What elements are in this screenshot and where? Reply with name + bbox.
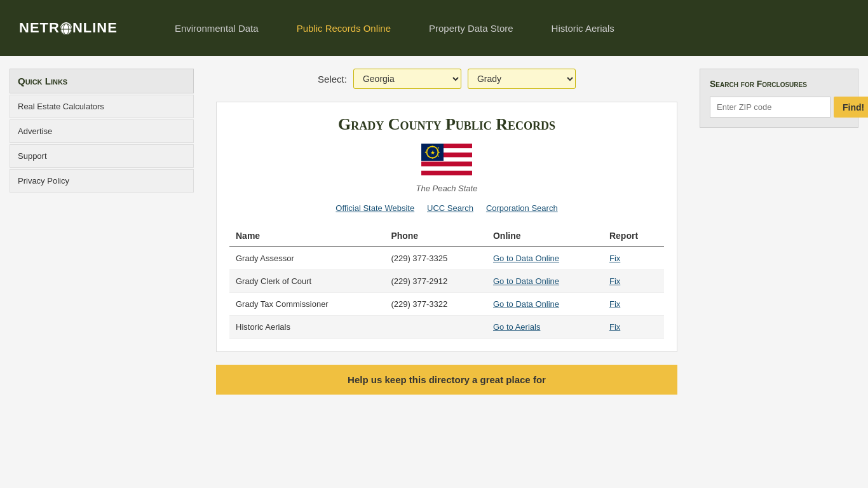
- svg-rect-9: [421, 162, 472, 166]
- nav-historic-aerials[interactable]: Historic Aerials: [532, 23, 634, 34]
- main-nav: Environmental Data Public Records Online…: [156, 23, 849, 34]
- svg-text:★: ★: [437, 154, 440, 158]
- state-links: Official State Website UCC Search Corpor…: [229, 203, 664, 213]
- record-name: Grady Clerk of Court: [229, 270, 384, 293]
- svg-text:★: ★: [438, 151, 440, 154]
- nav-property-data[interactable]: Property Data Store: [410, 23, 532, 34]
- online-link[interactable]: Go to Data Online: [493, 299, 559, 309]
- svg-text:★: ★: [431, 156, 434, 159]
- col-name: Name: [229, 226, 384, 247]
- svg-rect-10: [421, 166, 472, 171]
- state-select[interactable]: Georgia: [353, 69, 461, 89]
- ucc-search-link[interactable]: UCC Search: [427, 203, 473, 213]
- svg-text:★: ★: [427, 146, 430, 149]
- record-name: Grady Tax Commissioner: [229, 293, 384, 316]
- zip-row: Find!: [710, 97, 848, 118]
- svg-text:★: ★: [437, 146, 440, 149]
- sidebar-item-support[interactable]: Support: [10, 144, 194, 168]
- table-row: Historic AerialsGo to AerialsFix: [229, 316, 664, 339]
- report-link[interactable]: Fix: [609, 254, 620, 263]
- online-link[interactable]: Go to Data Online: [493, 254, 559, 263]
- svg-text:★: ★: [424, 151, 427, 154]
- foreclosure-title: Search for Forclosures: [710, 79, 848, 89]
- records-tbody: Grady Assessor(229) 377-3325Go to Data O…: [229, 247, 664, 339]
- table-row: Grady Clerk of Court(229) 377-2912Go to …: [229, 270, 664, 293]
- nav-public-records[interactable]: Public Records Online: [278, 23, 410, 34]
- sidebar-item-advertise[interactable]: Advertise: [10, 119, 194, 143]
- zip-input[interactable]: [710, 97, 831, 118]
- quick-links-title: Quick Links: [10, 69, 194, 93]
- select-row: Select: Georgia Grady: [216, 69, 677, 89]
- globe-icon: [60, 22, 72, 34]
- record-name: Grady Assessor: [229, 247, 384, 270]
- select-label: Select:: [318, 74, 347, 85]
- peach-state-label: The Peach State: [229, 184, 664, 193]
- record-phone: (229) 377-3325: [384, 247, 487, 270]
- sidebar-item-privacy[interactable]: Privacy Policy: [10, 169, 194, 193]
- record-online: Go to Data Online: [487, 293, 603, 316]
- county-box: Grady County Public Records: [216, 102, 677, 352]
- svg-text:★: ★: [430, 149, 435, 156]
- svg-text:★: ★: [427, 154, 430, 158]
- table-row: Grady Assessor(229) 377-3325Go to Data O…: [229, 247, 664, 270]
- county-select[interactable]: Grady: [468, 69, 576, 89]
- record-report: Fix: [603, 316, 664, 339]
- col-phone: Phone: [384, 226, 487, 247]
- report-link[interactable]: Fix: [609, 322, 620, 332]
- records-table: Name Phone Online Report Grady Assessor(…: [229, 226, 664, 339]
- main-wrapper: Quick Links Real Estate Calculators Adve…: [0, 56, 868, 488]
- official-state-link[interactable]: Official State Website: [336, 203, 414, 213]
- flag-area: ★ ★ ★ ★ ★ ★ ★ ★ ★: [229, 144, 664, 177]
- record-report: Fix: [603, 247, 664, 270]
- svg-rect-11: [421, 171, 472, 175]
- record-online: Go to Data Online: [487, 247, 603, 270]
- georgia-flag: ★ ★ ★ ★ ★ ★ ★ ★ ★: [421, 144, 472, 175]
- help-banner: Help us keep this directory a great plac…: [216, 365, 677, 395]
- logo[interactable]: NETR NLINE: [19, 20, 118, 36]
- record-report: Fix: [603, 293, 664, 316]
- nav-environmental[interactable]: Environmental Data: [156, 23, 278, 34]
- right-sidebar: Search for Forclosures Find!: [690, 56, 868, 488]
- sidebar: Quick Links Real Estate Calculators Adve…: [0, 56, 203, 488]
- record-report: Fix: [603, 270, 664, 293]
- county-title: Grady County Public Records: [229, 115, 664, 134]
- header: NETR NLINE Environmental Data Public Rec…: [0, 0, 868, 56]
- record-online: Go to Data Online: [487, 270, 603, 293]
- col-report: Report: [603, 226, 664, 247]
- foreclosure-box: Search for Forclosures Find!: [700, 69, 858, 128]
- corporation-search-link[interactable]: Corporation Search: [486, 203, 558, 213]
- svg-text:★: ★: [431, 145, 434, 148]
- online-link[interactable]: Go to Data Online: [493, 276, 559, 286]
- record-phone: [384, 316, 487, 339]
- online-link[interactable]: Go to Aerials: [493, 322, 540, 332]
- col-online: Online: [487, 226, 603, 247]
- content: Select: Georgia Grady Grady County Publi…: [203, 56, 690, 488]
- table-row: Grady Tax Commissioner(229) 377-3322Go t…: [229, 293, 664, 316]
- report-link[interactable]: Fix: [609, 299, 620, 309]
- record-online: Go to Aerials: [487, 316, 603, 339]
- record-name: Historic Aerials: [229, 316, 384, 339]
- find-button[interactable]: Find!: [834, 97, 868, 118]
- sidebar-item-real-estate[interactable]: Real Estate Calculators: [10, 95, 194, 118]
- record-phone: (229) 377-3322: [384, 293, 487, 316]
- record-phone: (229) 377-2912: [384, 270, 487, 293]
- report-link[interactable]: Fix: [609, 276, 620, 286]
